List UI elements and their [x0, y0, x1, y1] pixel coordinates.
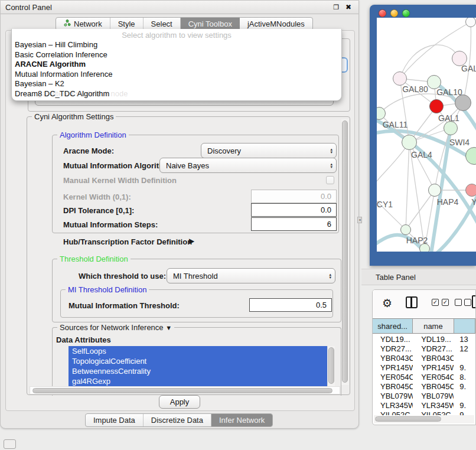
settings-horizontal-scrollbar[interactable] [30, 386, 340, 394]
dpi-tolerance-field[interactable]: 0.0 [251, 203, 337, 217]
network-icon [64, 19, 71, 28]
network-node[interactable] [393, 71, 407, 86]
collapsed-panel-button[interactable] [4, 439, 16, 449]
network-canvas[interactable]: GALGAL80GAL10GAL1GAL11SWI4GAL4HAP4YGCY1H… [377, 18, 476, 252]
attribute-item-betweennesscentrality[interactable]: BetweennessCentrality [69, 366, 327, 376]
mac-zoom-icon[interactable] [402, 9, 410, 17]
network-node[interactable] [455, 94, 471, 111]
manual-kernel-checkbox[interactable] [326, 176, 334, 184]
column-header-3[interactable] [454, 319, 475, 333]
control-panel-titlebar: Control Panel ❐ ✖ [1, 1, 358, 14]
settings-group-title: Cyni Algorithm Settings [32, 112, 116, 121]
attribute-list-scrollbar[interactable] [327, 346, 335, 389]
algorithm-definition-title: Algorithm Definition [57, 131, 129, 139]
gear-icon[interactable]: ⚙ [382, 296, 392, 310]
table-row[interactable]: YBL079WYBL079W [373, 392, 475, 401]
data-attributes-list[interactable]: SelfLoopsTopologicalCoefficientBetweenne… [69, 346, 327, 389]
network-node[interactable] [429, 99, 444, 113]
table-row[interactable]: YBR045CYBR045C9. [373, 382, 475, 392]
network-node[interactable] [428, 184, 441, 197]
table-toolbar: ⚙ ✓ ✓ [373, 290, 475, 317]
node-label-y: Y [471, 197, 476, 207]
node-label-hap4: HAP4 [437, 197, 459, 207]
table-panel-bar: Table Panel [361, 269, 476, 285]
sources-expander-icon[interactable]: ▼ [165, 324, 172, 331]
network-node[interactable] [465, 184, 476, 197]
deselect-all-icon[interactable] [464, 299, 471, 306]
aracne-mode-label: Aracne Mode: [63, 146, 114, 155]
mi-threshold-field[interactable]: 0.5 [249, 298, 332, 312]
tab-infer-network[interactable]: Infer Network [211, 414, 272, 426]
tab-network[interactable]: Network [56, 18, 110, 30]
tab-jactivemnodules[interactable]: jActiveMNodules [240, 18, 312, 30]
node-label-gcy1: GCY1 [377, 200, 393, 209]
table-header: shared...name [373, 318, 475, 334]
network-view-window: GALGAL80GAL10GAL1GAL11SWI4GAL4HAP4YGCY1H… [370, 5, 476, 266]
columns-icon[interactable] [406, 296, 418, 308]
tab-cyni-toolbox[interactable]: Cyni Toolbox [181, 18, 240, 30]
bottom-tab-bar: Impute DataDiscretize DataInfer Network [85, 413, 273, 427]
algorithm-option-dream8-dc-tdc-algorithm[interactable]: Dream8 DC_TDC Algorithm [12, 89, 341, 99]
control-panel: Control Panel ❐ ✖ NetworkStyleSelectCyni… [0, 0, 359, 429]
deselect-all-icon[interactable] [455, 299, 462, 306]
tab-select[interactable]: Select [144, 18, 181, 30]
attribute-item-topologicalcoefficient[interactable]: TopologicalCoefficient [69, 356, 327, 366]
manual-kernel-label: Manual Kernel Width Definition [63, 176, 177, 185]
data-attributes-label: Data Attributes [56, 335, 111, 344]
mac-minimize-icon[interactable] [390, 9, 398, 17]
column-header-name[interactable]: name [413, 319, 454, 333]
close-window-icon[interactable]: ✖ [345, 3, 351, 11]
aracne-mode-combo[interactable]: Discovery ▴▾ [201, 143, 337, 158]
select-all-checked-icon[interactable]: ✓ [432, 299, 439, 306]
tab-impute-data[interactable]: Impute Data [86, 414, 144, 426]
node-label-gal4: GAL4 [411, 150, 432, 159]
table-row[interactable]: YLR345WYLR345W9. [373, 401, 475, 410]
node-table-card: ⚙ ✓ ✓ shared...name YDL19...YDL19...13YD… [372, 289, 476, 425]
mi-steps-field[interactable]: 6 [251, 217, 337, 231]
algorithm-option-aracne-algorithm[interactable]: ARACNE Algorithm [12, 60, 341, 70]
table-row[interactable]: YER054CYER054C8. [373, 373, 475, 382]
combo-arrows-icon: ▴▾ [327, 148, 332, 154]
document-icon[interactable] [472, 295, 476, 308]
table-row[interactable]: YDR27...YDR27...12 [373, 344, 475, 354]
threshold-definition-title: Threshold Definition [57, 255, 131, 263]
algorithm-dropdown: Select algorithm to view settings Bayesi… [11, 29, 342, 101]
algorithm-option-bayesian-hill-climbing[interactable]: Bayesian – Hill Climbing [12, 40, 341, 50]
kernel-width-field[interactable]: 0.0 [251, 190, 337, 203]
hub-expander-icon[interactable]: ▶ [189, 237, 194, 245]
table-row[interactable]: YIL052CYIL052C9 [373, 410, 475, 415]
mi-threshold-label: Mutual Information Threshold: [69, 301, 180, 310]
network-node[interactable] [444, 121, 458, 135]
splitter-handle[interactable]: ◂ [357, 217, 362, 223]
algorithm-option-bayesian-k2[interactable]: Bayesian – K2 [12, 79, 341, 89]
mac-close-icon[interactable] [379, 9, 386, 17]
which-threshold-combo[interactable]: MI Threshold ▴▾ [167, 268, 335, 283]
mi-type-value: Naive Bayes [166, 161, 209, 170]
tab-discretize-data[interactable]: Discretize Data [144, 414, 211, 426]
mi-type-combo[interactable]: Naive Bayes ▴▾ [159, 158, 337, 173]
network-node[interactable] [402, 135, 417, 150]
apply-button[interactable]: Apply [159, 395, 200, 409]
panel-title: Control Panel [5, 3, 52, 12]
node-label-gal1: GAL1 [438, 113, 459, 123]
attribute-item-gal4rgexp[interactable]: gal4RGexp [69, 376, 327, 386]
select-all-checked-icon[interactable]: ✓ [442, 299, 449, 306]
algorithm-option-basic-correlation-inference[interactable]: Basic Correlation Inference [12, 50, 341, 60]
network-node[interactable] [400, 224, 411, 235]
table-horizontal-scrollbar[interactable] [374, 415, 474, 423]
column-header-shared[interactable]: shared... [373, 319, 413, 333]
sources-group-title: Sources for Network Inference ▼ [57, 323, 174, 332]
algorithm-option-mutual-information-inference[interactable]: Mutual Information Inference [12, 70, 341, 80]
float-window-icon[interactable]: ❐ [333, 4, 339, 11]
node-label-gal80: GAL80 [402, 84, 428, 94]
tab-style[interactable]: Style [110, 18, 144, 30]
table-row[interactable]: YBR043CYBR043C [373, 354, 475, 363]
attribute-item-selfloops[interactable]: SelfLoops [69, 346, 327, 356]
table-rows: YDL19...YDL19...13YDR27...YDR27...12YBR0… [373, 335, 475, 415]
table-row[interactable]: YPR145WYPR145W9. [373, 363, 475, 373]
settings-vertical-scrollbar[interactable] [341, 119, 349, 385]
aracne-mode-value: Discovery [207, 146, 241, 155]
table-row[interactable]: YDL19...YDL19...13 [373, 335, 475, 344]
hub-section-label: Hub/Transcription Factor Definition [63, 237, 192, 246]
kernel-width-label: Kernel Width (0,1): [63, 193, 131, 201]
